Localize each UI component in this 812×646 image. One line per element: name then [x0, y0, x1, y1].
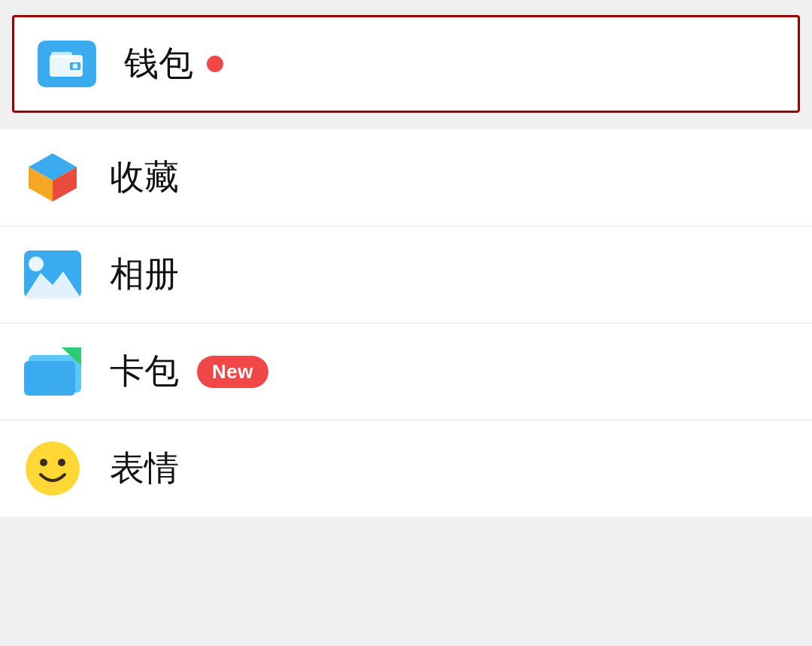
menu-list: 收藏 相册 — [0, 129, 812, 517]
svg-point-9 — [29, 256, 44, 271]
wallet-icon — [38, 41, 96, 87]
notification-dot — [207, 56, 223, 72]
menu-item-emoji[interactable]: 表情 — [0, 420, 812, 517]
album-label: 相册 — [110, 251, 179, 298]
menu-item-collect[interactable]: 收藏 — [0, 129, 812, 226]
svg-rect-1 — [51, 52, 72, 58]
menu-item-album[interactable]: 相册 — [0, 226, 812, 323]
collect-icon — [24, 150, 81, 205]
emoji-text: 表情 — [110, 445, 179, 492]
emoji-label: 表情 — [110, 445, 179, 492]
album-icon-wrapper — [23, 249, 83, 300]
cardpack-text: 卡包 — [110, 348, 179, 395]
wallet-text: 钱包 — [124, 41, 193, 87]
collect-icon-wrapper — [23, 152, 83, 203]
wallet-icon-wrapper — [37, 38, 97, 89]
collect-text: 收藏 — [110, 154, 179, 201]
collect-label: 收藏 — [110, 154, 179, 201]
wallet-label: 钱包 — [124, 41, 223, 87]
menu-item-cardpack[interactable]: 卡包 New — [0, 323, 812, 420]
new-badge: New — [197, 356, 268, 388]
svg-point-13 — [26, 441, 80, 496]
svg-rect-11 — [24, 361, 75, 396]
emoji-icon-wrapper — [23, 443, 83, 494]
wallet-item[interactable]: 钱包 — [12, 15, 800, 113]
svg-point-15 — [58, 459, 65, 466]
album-text: 相册 — [110, 251, 179, 298]
wallet-svg-graphic — [50, 50, 84, 77]
page-container: 钱包 收藏 — [0, 0, 812, 646]
cardpack-label: 卡包 New — [110, 348, 268, 395]
svg-point-14 — [40, 459, 47, 466]
cardpack-icon — [24, 347, 81, 396]
album-icon — [24, 250, 81, 299]
cardpack-icon-wrapper — [23, 346, 83, 397]
emoji-icon — [26, 441, 80, 496]
svg-point-3 — [73, 64, 78, 69]
